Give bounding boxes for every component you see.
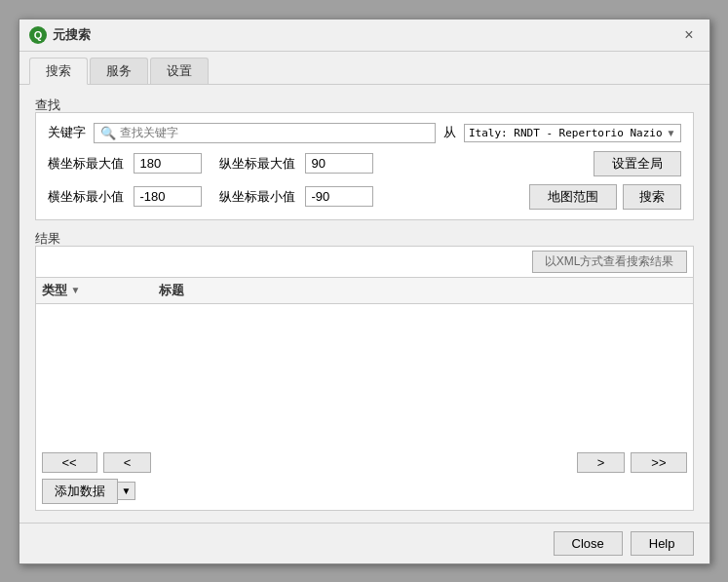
col-type-label: 类型 <box>42 282 67 299</box>
find-section: 查找 关键字 🔍 从 Italy: RNDT - Repertorio Nazi… <box>35 97 694 220</box>
qgis-logo-icon: Q <box>29 26 47 44</box>
col-type-header[interactable]: 类型 ▼ <box>42 282 159 299</box>
bottom-bar: Close Help <box>19 523 709 563</box>
dialog-title: 元搜索 <box>53 26 91 44</box>
from-select[interactable]: Italy: RNDT - Repertorio Nazio ▼ <box>464 124 681 142</box>
svg-text:Q: Q <box>33 29 42 41</box>
add-data-row: 添加数据 ▼ <box>36 479 693 510</box>
results-section-wrapper: 结果 以XML方式查看搜索结果 类型 ▼ 标题 <box>35 230 694 511</box>
tab-search[interactable]: 搜索 <box>29 58 88 85</box>
tab-settings[interactable]: 设置 <box>150 58 209 84</box>
add-data-dropdown-arrow-icon[interactable]: ▼ <box>118 482 136 500</box>
from-select-arrow-icon: ▼ <box>667 128 676 138</box>
xml-view-button[interactable]: 以XML方式查看搜索结果 <box>532 251 687 273</box>
coord-max-x-label: 横坐标最大值 <box>48 155 126 173</box>
coord-min-x-input[interactable] <box>134 186 202 207</box>
coord-max-y-input[interactable] <box>305 153 373 174</box>
map-range-button[interactable]: 地图范围 <box>529 184 617 210</box>
from-label: 从 <box>443 124 456 141</box>
keyword-input[interactable] <box>120 126 429 139</box>
set-global-button[interactable]: 设置全局 <box>594 151 681 176</box>
table-body <box>36 304 693 421</box>
sort-arrow-icon: ▼ <box>71 285 81 295</box>
keyword-input-wrap[interactable]: 🔍 <box>94 123 436 143</box>
col-title-header: 标题 <box>159 282 687 299</box>
keyword-label: 关键字 <box>48 124 86 141</box>
coord-min-row: 横坐标最小值 纵坐标最小值 地图范围 搜索 <box>48 184 681 210</box>
coord-max-x-input[interactable] <box>134 153 202 174</box>
close-button[interactable]: Close <box>554 531 623 556</box>
search-icon: 🔍 <box>100 126 116 140</box>
results-table-area: 类型 ▼ 标题 <box>36 277 693 446</box>
add-data-label: 添加数据 <box>55 483 105 500</box>
help-button[interactable]: Help <box>631 531 694 556</box>
prev-page-button[interactable]: < <box>103 452 152 473</box>
keyword-row: 关键字 🔍 从 Italy: RNDT - Repertorio Nazio ▼ <box>48 123 681 143</box>
table-header: 类型 ▼ 标题 <box>36 278 693 304</box>
close-icon[interactable]: × <box>678 25 699 45</box>
coord-max-row: 横坐标最大值 纵坐标最大值 设置全局 <box>48 151 681 176</box>
results-section: 以XML方式查看搜索结果 类型 ▼ 标题 << < <box>35 246 694 511</box>
coord-min-y-label: 纵坐标最小值 <box>219 188 297 206</box>
coord-min-y-input[interactable] <box>305 186 373 207</box>
first-page-button[interactable]: << <box>42 452 97 473</box>
main-content: 查找 关键字 🔍 从 Italy: RNDT - Repertorio Nazi… <box>19 85 709 523</box>
coord-min-x-label: 横坐标最小值 <box>48 188 126 206</box>
last-page-button[interactable]: >> <box>631 452 686 473</box>
coord-max-y-label: 纵坐标最大值 <box>219 155 297 173</box>
titlebar-left: Q 元搜索 <box>29 26 91 44</box>
from-select-text: Italy: RNDT - Repertorio Nazio <box>469 127 663 139</box>
tab-bar: 搜索 服务 设置 <box>19 52 709 85</box>
pagination-row: << < > >> <box>36 446 693 479</box>
add-data-button[interactable]: 添加数据 <box>42 479 118 504</box>
dialog: Q 元搜索 × 搜索 服务 设置 查找 关键字 🔍 从 <box>19 19 710 564</box>
search-button[interactable]: 搜索 <box>623 184 681 210</box>
xml-btn-row: 以XML方式查看搜索结果 <box>36 247 693 277</box>
find-box: 关键字 🔍 从 Italy: RNDT - Repertorio Nazio ▼… <box>35 112 694 220</box>
tab-service[interactable]: 服务 <box>90 58 148 84</box>
titlebar: Q 元搜索 × <box>19 19 709 52</box>
next-page-button[interactable]: > <box>577 452 626 473</box>
